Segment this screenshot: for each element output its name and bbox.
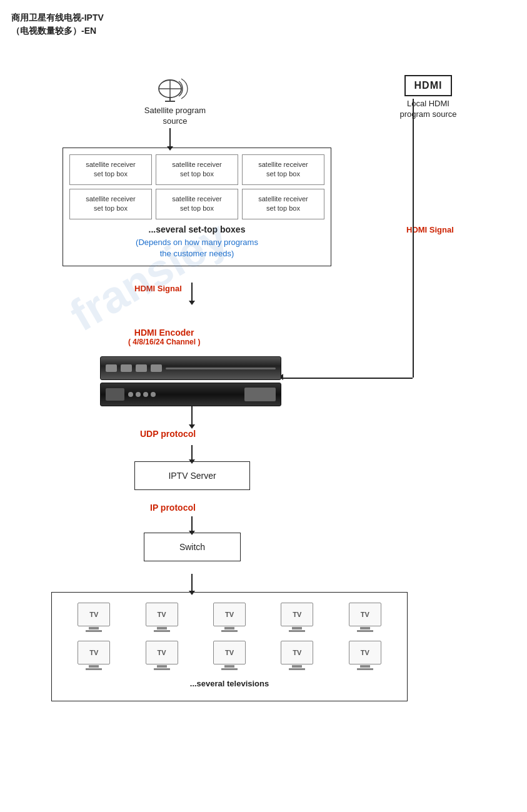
tv-10: TV	[336, 641, 394, 670]
tv-9: TV	[268, 641, 326, 670]
arrow-stb-to-hdmi-signal	[191, 283, 193, 301]
device-rack-2	[100, 383, 281, 406]
tv-stand-4	[292, 627, 302, 629]
stb-cell-5: satellite receiverset top box	[156, 189, 238, 219]
tv-grid-row1: TV TV TV TV TV	[64, 603, 394, 632]
arrow-satellite-to-stb	[169, 128, 171, 147]
tv-2: TV	[132, 603, 191, 632]
tv-screen-6: TV	[78, 641, 110, 664]
tv-base-1	[86, 630, 102, 632]
btn-3	[143, 392, 148, 397]
arrow-encoder-to-udp	[191, 406, 193, 425]
tv-screen-2: TV	[146, 603, 178, 626]
port-2	[121, 364, 132, 372]
arrow-switch-to-tvs	[191, 574, 193, 591]
tv-5: TV	[336, 603, 394, 632]
tv-screen-5: TV	[349, 603, 381, 626]
stb-cell-4: satellite receiverset top box	[69, 189, 152, 219]
tv-4: TV	[268, 603, 326, 632]
ip-protocol-label: IP protocol	[150, 503, 196, 513]
tv-stand-9	[292, 665, 302, 668]
tv-stand-10	[360, 665, 370, 668]
stb-count-label: ...several set-top boxes	[69, 224, 324, 234]
tv-screen-4: TV	[281, 603, 313, 626]
stb-cell-3: satellite receiverset top box	[242, 154, 324, 185]
tv-screen-1: TV	[78, 603, 110, 626]
tv-1: TV	[64, 603, 123, 632]
iptv-server-label: IPTV Server	[168, 471, 216, 481]
btn-1	[128, 392, 133, 397]
btn-4	[151, 392, 156, 397]
tv-base-4	[289, 630, 305, 632]
port-1	[106, 364, 117, 372]
stb-depends-label: (Depends on how many programsthe custome…	[69, 237, 324, 259]
tv-stand-6	[89, 665, 99, 668]
hdmi-source: HDMI Local HDMI program source	[388, 75, 469, 120]
hdmi-horizontal-line	[281, 378, 413, 379]
stb-container: satellite receiverset top box satellite …	[63, 148, 331, 266]
tv-screen-3: TV	[213, 603, 246, 626]
tv-7: TV	[132, 641, 191, 670]
tv-stand-7	[157, 665, 167, 668]
stb-grid: satellite receiverset top box satellite …	[69, 154, 324, 219]
arrow-udp-to-iptv	[191, 445, 193, 460]
satellite-source: Satellite program source	[138, 69, 213, 127]
tv-container: TV TV TV TV TV TV	[51, 592, 408, 701]
btn-2	[136, 392, 141, 397]
stb-cell-2: satellite receiverset top box	[156, 154, 238, 185]
hdmi-encoder-label: HDMI Encoder ( 4/8/16/24 Channel )	[128, 328, 200, 346]
switch-box: Switch	[144, 533, 241, 561]
tv-base-9	[289, 668, 305, 670]
tv-base-7	[154, 668, 170, 670]
udp-protocol-label: UDP protocol	[140, 429, 196, 439]
tv-base-2	[154, 630, 170, 632]
satellite-icon	[156, 69, 194, 103]
tv-8: TV	[200, 641, 259, 670]
tv-6: TV	[64, 641, 123, 670]
page-title: 商用卫星有线电视-IPTV （电视数量较多）-EN	[11, 11, 104, 38]
tv-base-3	[221, 630, 238, 632]
arrow-ip-to-switch	[191, 516, 193, 531]
tv-screen-7: TV	[146, 641, 178, 664]
satellite-label: Satellite program source	[144, 106, 206, 127]
tv-stand-5	[360, 627, 370, 629]
iptv-server-box: IPTV Server	[134, 461, 250, 490]
hdmi-signal-left-label: HDMI Signal	[134, 284, 182, 293]
hdmi-vertical-line	[413, 99, 414, 378]
tv-stand-2	[157, 627, 167, 629]
device-block-2	[244, 388, 276, 401]
tv-count-label: ...several televisions	[64, 679, 394, 688]
tv-screen-10: TV	[349, 641, 381, 664]
tv-base-5	[357, 630, 373, 632]
stb-cell-6: satellite receiverset top box	[242, 189, 324, 219]
tv-stand-3	[224, 627, 234, 629]
tv-screen-9: TV	[281, 641, 313, 664]
tv-base-10	[357, 668, 373, 670]
device-bar	[166, 368, 276, 369]
switch-label: Switch	[179, 542, 205, 552]
port-4	[151, 364, 162, 372]
tv-grid-row2: TV TV TV TV TV	[64, 641, 394, 670]
encoder-device	[100, 356, 281, 406]
tv-base-6	[86, 668, 102, 670]
tv-stand-1	[89, 627, 99, 629]
hdmi-box-label: HDMI	[404, 75, 453, 96]
tv-base-8	[221, 668, 238, 670]
tv-screen-8: TV	[213, 641, 246, 664]
device-buttons	[128, 392, 156, 397]
port-3	[136, 364, 147, 372]
tv-3: TV	[200, 603, 259, 632]
device-rack-1	[100, 356, 281, 380]
hdmi-source-label: Local HDMI program source	[399, 99, 456, 120]
stb-cell-1: satellite receiverset top box	[69, 154, 152, 185]
tv-stand-8	[224, 665, 234, 668]
device-block-1	[106, 388, 124, 401]
